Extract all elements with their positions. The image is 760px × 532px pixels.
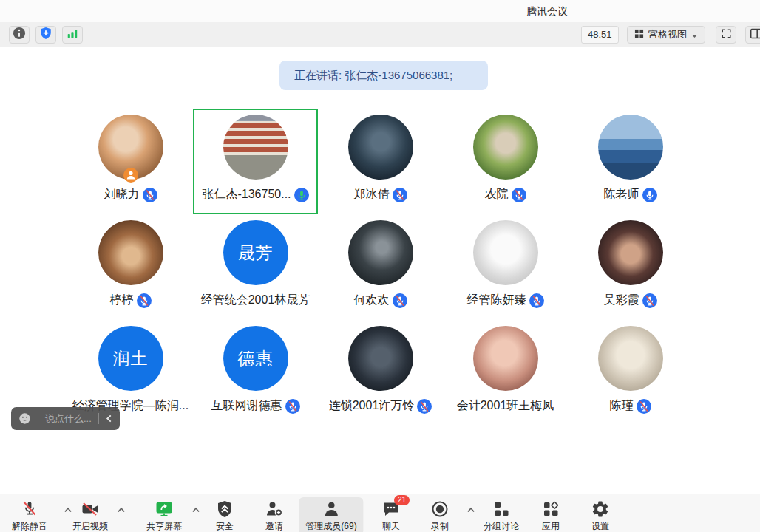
mic-muted-icon <box>512 188 526 202</box>
network-signal-icon <box>66 27 79 43</box>
participant-tile[interactable]: 郑冰倩 <box>318 109 443 214</box>
toolbar-item-invite[interactable]: 邀请 <box>258 497 291 532</box>
participant-tile[interactable]: 何欢欢 <box>318 214 443 320</box>
participant-tile[interactable]: 德惠互联网谢德惠 <box>193 320 318 426</box>
toolbar-item-settings[interactable]: 设置 <box>584 497 617 532</box>
breakout-icon <box>492 499 511 519</box>
participant-name: 农院 <box>485 187 509 202</box>
toolbar-item-label: 开启视频 <box>72 520 108 532</box>
chat-quick-input: 说点什么... <box>11 407 120 430</box>
unread-badge: 21 <box>394 495 410 505</box>
mic-on-icon <box>294 188 309 202</box>
participant-avatar <box>98 220 163 285</box>
meeting-timer: 48:51 <box>581 26 619 44</box>
mic-muted-icon <box>417 399 432 414</box>
participant-avatar <box>223 115 288 180</box>
participant-tile[interactable]: 张仁杰-136750... <box>193 109 318 214</box>
mic-muted-icon <box>393 293 407 308</box>
meeting-info-icon <box>13 27 26 43</box>
mic-muted-icon <box>637 399 651 414</box>
participant-tile[interactable]: 农院 <box>443 109 568 214</box>
host-badge-icon <box>123 168 138 183</box>
top-toolbar: 48:51 宫格视图 <box>0 22 760 47</box>
window-titlebar: 腾讯会议 <box>0 0 760 22</box>
participant-avatar <box>348 326 413 391</box>
toolbar-item-label: 安全 <box>216 520 234 532</box>
chat-icon: 21 <box>381 499 401 519</box>
toolbar-item-security[interactable]: 安全 <box>208 497 241 532</box>
participant-name: 互联网谢德惠 <box>211 398 282 414</box>
mic-muted-icon <box>529 293 544 308</box>
participant-name: 会计2001班王梅凤 <box>457 398 554 414</box>
chat-input-placeholder[interactable]: 说点什么... <box>45 412 92 426</box>
participant-name: 连锁2001许万铃 <box>329 398 415 414</box>
toolbar-item-label: 应用 <box>542 520 560 532</box>
chevron-up-icon[interactable] <box>191 507 200 513</box>
toolbar-item-record[interactable]: 录制 <box>424 497 456 532</box>
participant-tile[interactable]: 刘晓力 <box>68 109 193 214</box>
participant-name: 刘晓力 <box>104 187 140 202</box>
mic-muted-icon <box>642 293 657 308</box>
layout-view-label: 宫格视图 <box>648 28 687 41</box>
participant-avatar <box>348 220 413 285</box>
mic-on-icon <box>642 188 657 202</box>
toolbar-item-chat[interactable]: 21聊天 <box>375 497 407 532</box>
bottom-toolbar: 结束会议 解除静音开启视频共享屏幕安全邀请管理成员(69)21聊天录制分组讨论应… <box>0 494 760 532</box>
participant-name: 经管陈妍臻 <box>467 293 526 308</box>
toolbar-item-mic-off[interactable]: 解除静音 <box>5 497 54 532</box>
layout-view-button[interactable]: 宫格视图 <box>627 26 705 44</box>
toolbar-item-label: 邀请 <box>265 520 283 532</box>
participant-tile[interactable]: 连锁2001许万铃 <box>318 320 443 426</box>
chevron-up-icon[interactable] <box>117 507 126 513</box>
toolbar-item-apps[interactable]: 应用 <box>535 497 567 532</box>
toolbar-item-breakout[interactable]: 分组讨论 <box>477 497 526 532</box>
participant-name: 楟楟 <box>110 293 134 308</box>
network-signal-button[interactable] <box>62 26 83 44</box>
toolbar-item-share-screen[interactable]: 共享屏幕 <box>140 497 189 532</box>
participant-tile[interactable]: 吴彩霞 <box>568 214 693 320</box>
chat-collapse-icon[interactable] <box>106 415 112 423</box>
grid-view-icon <box>634 29 644 41</box>
chevron-up-icon[interactable] <box>64 507 72 513</box>
participant-grid: 刘晓力张仁杰-136750...郑冰倩农院陈老师楟楟晟芳经管统会2001林晟芳何… <box>68 109 693 426</box>
mic-muted-icon <box>393 188 407 202</box>
participant-avatar <box>98 115 163 180</box>
divider <box>38 413 38 424</box>
security-level-icon <box>39 27 52 43</box>
fullscreen-button[interactable] <box>716 26 736 44</box>
fullscreen-icon <box>721 28 732 42</box>
toolbar-item-label: 录制 <box>431 520 449 532</box>
participant-tile[interactable]: 会计2001班王梅凤 <box>443 320 568 426</box>
chevron-up-icon[interactable] <box>466 507 475 513</box>
active-speaker-banner: 正在讲话: 张仁杰-13675066381; <box>279 61 488 90</box>
mic-muted-icon <box>137 293 152 308</box>
toolbar-item-members[interactable]: 管理成员(69) <box>299 497 363 532</box>
participant-tile[interactable]: 陈老师 <box>568 109 693 214</box>
participant-tile[interactable]: 晟芳经管统会2001林晟芳 <box>193 214 318 320</box>
side-panel-icon <box>750 27 760 43</box>
divider <box>98 413 99 424</box>
security-level-button[interactable] <box>35 26 56 44</box>
toolbar-item-label: 解除静音 <box>12 520 47 532</box>
participant-name: 何欢欢 <box>354 293 390 308</box>
invite-icon <box>265 499 284 519</box>
participant-tile[interactable]: 陈瑾 <box>568 320 693 426</box>
window-title: 腾讯会议 <box>526 5 568 18</box>
participant-tile[interactable]: 经管陈妍臻 <box>443 214 568 320</box>
participant-name: 郑冰倩 <box>354 187 390 202</box>
toolbar-item-camera-off[interactable]: 开启视频 <box>66 497 115 532</box>
side-panel-button[interactable] <box>745 26 760 44</box>
participant-name: 张仁杰-136750... <box>202 187 291 202</box>
apps-icon <box>541 499 560 519</box>
participant-avatar <box>598 326 663 391</box>
chevron-down-icon <box>691 30 698 41</box>
mic-off-icon <box>20 499 39 519</box>
mic-muted-icon <box>285 399 300 414</box>
participant-avatar <box>473 326 538 391</box>
participant-avatar <box>598 115 663 180</box>
security-icon <box>215 499 234 519</box>
toolbar-item-label: 聊天 <box>382 520 400 532</box>
meeting-info-button[interactable] <box>9 26 30 44</box>
emoji-icon[interactable] <box>18 412 31 425</box>
participant-tile[interactable]: 楟楟 <box>68 214 193 320</box>
